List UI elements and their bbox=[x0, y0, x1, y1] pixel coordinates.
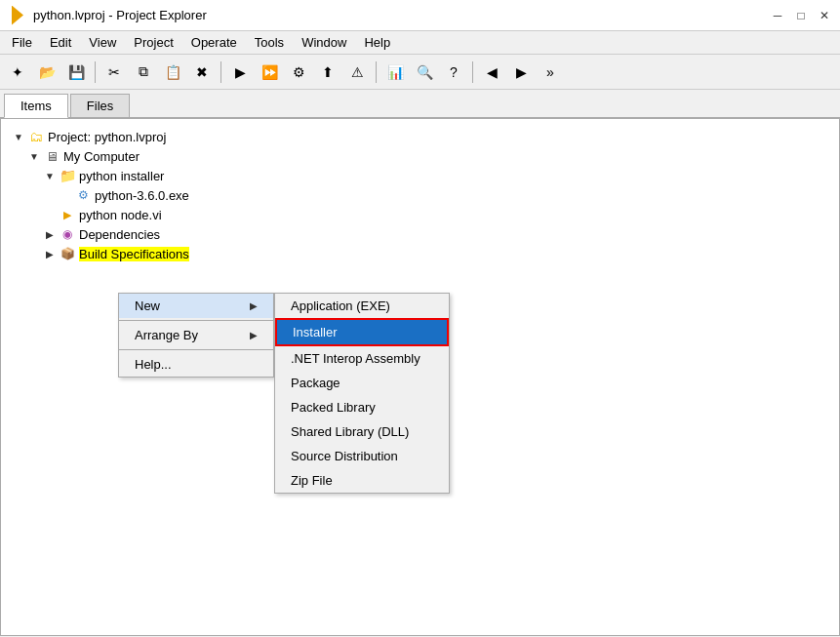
project-icon: 🗂 bbox=[28, 129, 44, 144]
computer-label: My Computer bbox=[63, 149, 140, 164]
ctx-help[interactable]: Help... bbox=[119, 352, 273, 377]
warn-icon: ⚠ bbox=[351, 64, 364, 80]
copy-icon: ⧉ bbox=[139, 63, 148, 80]
sep4 bbox=[472, 61, 473, 83]
tree-build-specs[interactable]: ▶ 📦 Build Specifications bbox=[5, 244, 835, 263]
tree-exe[interactable]: ▶ ⚙ python-3.6.0.exe bbox=[5, 185, 835, 205]
help-icon: ? bbox=[450, 64, 458, 80]
run2-icon: ⏩ bbox=[261, 64, 278, 80]
more-icon: » bbox=[546, 64, 554, 80]
toolbar-copy-btn[interactable]: ⧉ bbox=[130, 60, 157, 85]
exe-icon: ⚙ bbox=[75, 187, 91, 203]
main-content: ▼ 🗂 Project: python.lvproj ▼ 🖥 My Comput… bbox=[0, 118, 840, 636]
expand-deps[interactable]: ▶ bbox=[44, 228, 56, 240]
window-title: python.lvproj - Project Explorer bbox=[33, 8, 207, 22]
toolbar-search-btn[interactable]: 🔍 bbox=[411, 60, 438, 85]
toolbar-deploy-btn[interactable]: ⬆ bbox=[314, 60, 341, 85]
menu-tools[interactable]: Tools bbox=[247, 33, 292, 52]
expand-computer[interactable]: ▼ bbox=[28, 150, 40, 162]
toolbar-profile-btn[interactable]: 📊 bbox=[381, 60, 409, 85]
sub-dotnet[interactable]: .NET Interop Assembly bbox=[275, 346, 449, 371]
project-tree: ▼ 🗂 Project: python.lvproj ▼ 🖥 My Comput… bbox=[1, 119, 839, 271]
toolbar: ✦ 📂 💾 ✂ ⧉ 📋 ✖ ▶ ⏩ ⚙ ⬆ ⚠ 📊 🔍 ? ◀ ▶ » bbox=[0, 55, 840, 90]
toolbar-more-btn[interactable]: » bbox=[537, 60, 564, 85]
menu-help[interactable]: Help bbox=[356, 33, 398, 52]
toolbar-open-btn[interactable]: 📂 bbox=[33, 60, 60, 85]
toolbar-help2-btn[interactable]: ? bbox=[440, 60, 467, 85]
sub-shared-lib[interactable]: Shared Library (DLL) bbox=[275, 419, 449, 444]
close-button[interactable]: ✕ bbox=[817, 8, 832, 23]
expand-installer[interactable]: ▼ bbox=[44, 170, 56, 181]
sub-installer[interactable]: Installer bbox=[275, 318, 449, 346]
tab-items[interactable]: Items bbox=[4, 94, 68, 118]
new-icon: ✦ bbox=[12, 64, 23, 80]
tab-files[interactable]: Files bbox=[70, 94, 130, 117]
ctx-arrange-arrow: ▶ bbox=[250, 330, 258, 340]
toolbar-run2-btn[interactable]: ⏩ bbox=[256, 60, 283, 85]
menu-view[interactable]: View bbox=[81, 33, 124, 52]
toolbar-new-btn[interactable]: ✦ bbox=[4, 60, 31, 85]
title-bar: python.lvproj - Project Explorer ─ □ ✕ bbox=[0, 0, 840, 31]
build-icon: ⚙ bbox=[293, 64, 305, 80]
run-icon: ▶ bbox=[235, 64, 246, 80]
nodevi-label: python node.vi bbox=[79, 208, 162, 222]
sep3 bbox=[376, 61, 377, 83]
paste-icon: 📋 bbox=[165, 64, 181, 80]
cut-icon: ✂ bbox=[108, 64, 120, 80]
ctx-arrange[interactable]: Arrange By ▶ bbox=[119, 323, 273, 347]
sub-package[interactable]: Package bbox=[275, 371, 449, 395]
expand-build[interactable]: ▶ bbox=[44, 248, 56, 259]
project-label: Project: python.lvproj bbox=[48, 130, 166, 144]
tree-node-vi[interactable]: ▶ ▶ python node.vi bbox=[5, 205, 835, 224]
toolbar-delete-btn[interactable]: ✖ bbox=[188, 60, 216, 85]
sub-zip[interactable]: Zip File bbox=[275, 468, 449, 493]
sub-app-exe[interactable]: Application (EXE) bbox=[275, 294, 449, 318]
ctx-new[interactable]: New ▶ bbox=[119, 294, 273, 318]
sub-packed-lib[interactable]: Packed Library bbox=[275, 395, 449, 419]
maximize-button[interactable]: □ bbox=[793, 8, 809, 23]
menu-operate[interactable]: Operate bbox=[183, 33, 245, 52]
toolbar-build-btn[interactable]: ⚙ bbox=[285, 60, 312, 85]
minimize-button[interactable]: ─ bbox=[770, 8, 785, 23]
toolbar-cut-btn[interactable]: ✂ bbox=[100, 60, 128, 85]
menu-bar: File Edit View Project Operate Tools Win… bbox=[0, 31, 840, 55]
menu-window[interactable]: Window bbox=[294, 33, 354, 52]
expand-project[interactable]: ▼ bbox=[13, 131, 24, 142]
window-controls[interactable]: ─ □ ✕ bbox=[770, 8, 832, 23]
open-icon: 📂 bbox=[39, 64, 56, 80]
title-bar-left: python.lvproj - Project Explorer bbox=[8, 6, 207, 25]
sub-source-dist[interactable]: Source Distribution bbox=[275, 444, 449, 468]
build-label: Build Specifications bbox=[79, 247, 189, 261]
fwd-icon: ▶ bbox=[516, 64, 527, 80]
search-icon: 🔍 bbox=[417, 64, 433, 80]
deps-label: Dependencies bbox=[79, 227, 160, 242]
ctx-new-arrow: ▶ bbox=[250, 300, 258, 311]
submenu: Application (EXE) Installer .NET Interop… bbox=[274, 293, 450, 494]
menu-file[interactable]: File bbox=[4, 33, 40, 52]
computer-icon: 🖥 bbox=[44, 148, 60, 164]
tree-installer-folder[interactable]: ▼ 📁 python installer bbox=[5, 166, 835, 185]
menu-edit[interactable]: Edit bbox=[42, 33, 79, 52]
tab-bar: Items Files bbox=[0, 90, 840, 118]
toolbar-warn-btn[interactable]: ⚠ bbox=[343, 60, 371, 85]
save-icon: 💾 bbox=[68, 64, 85, 80]
tree-deps[interactable]: ▶ ◉ Dependencies bbox=[5, 224, 835, 244]
toolbar-back-btn[interactable]: ◀ bbox=[478, 60, 505, 85]
installer-folder-icon: 📁 bbox=[60, 168, 75, 183]
app-icon bbox=[8, 6, 27, 25]
toolbar-run-btn[interactable]: ▶ bbox=[226, 60, 254, 85]
context-menu: New ▶ Arrange By ▶ Help... bbox=[118, 293, 274, 378]
menu-project[interactable]: Project bbox=[126, 33, 180, 52]
sep2 bbox=[220, 61, 221, 83]
ctx-help-label: Help... bbox=[135, 357, 172, 372]
tree-project-root[interactable]: ▼ 🗂 Project: python.lvproj bbox=[5, 127, 835, 146]
delete-icon: ✖ bbox=[196, 64, 208, 80]
tree-computer[interactable]: ▼ 🖥 My Computer bbox=[5, 146, 835, 166]
deploy-icon: ⬆ bbox=[322, 64, 334, 80]
exe-label: python-3.6.0.exe bbox=[95, 188, 189, 203]
toolbar-fwd-btn[interactable]: ▶ bbox=[507, 60, 535, 85]
deps-icon: ◉ bbox=[60, 226, 75, 242]
toolbar-paste-btn[interactable]: 📋 bbox=[159, 60, 186, 85]
ctx-arrange-label: Arrange By bbox=[135, 328, 198, 342]
toolbar-save-btn[interactable]: 💾 bbox=[62, 60, 90, 85]
